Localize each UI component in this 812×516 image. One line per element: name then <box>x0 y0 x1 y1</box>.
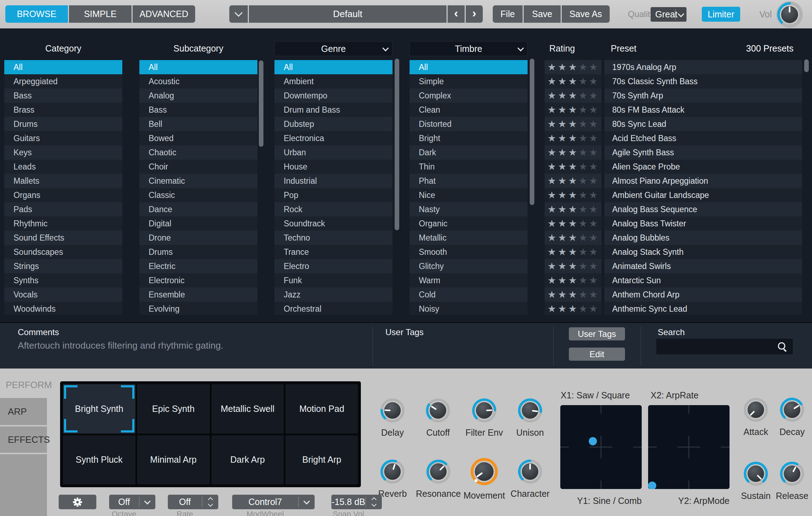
timbre-item-organic[interactable]: Organic <box>410 216 528 231</box>
category-item-guitars[interactable]: Guitars <box>4 131 122 145</box>
category-item-leads[interactable]: Leads <box>4 160 122 174</box>
category-item-pads[interactable]: Pads <box>4 202 122 216</box>
pad-minimal-arp[interactable]: Minimal Arp <box>137 435 210 485</box>
edit-button[interactable]: Edit <box>569 348 625 361</box>
genre-item-orchestral[interactable]: Orchestral <box>274 302 392 315</box>
genre-item-trance[interactable]: Trance <box>274 245 392 259</box>
preset-item-analog-bass-sequence[interactable]: Analog Bass Sequence <box>604 202 802 216</box>
rating-stars-antarctic-sun[interactable]: ★★★★★ <box>545 273 602 287</box>
preset-item-agile-synth-bass[interactable]: Agile Synth Bass <box>604 145 802 160</box>
rating-stars-almost-piano-arpeggiation[interactable]: ★★★★★ <box>545 174 602 188</box>
preset-item-almost-piano-arpeggiation[interactable]: Almost Piano Arpeggiation <box>604 174 802 188</box>
preset-item-ambient-guitar-landscape[interactable]: Ambient Guitar Landscape <box>604 188 802 202</box>
subcategory-item-electric[interactable]: Electric <box>139 259 257 273</box>
delay-knob[interactable] <box>379 397 406 425</box>
rating-stars-anthemic-sync-lead[interactable]: ★★★★★ <box>545 302 602 315</box>
genre-item-jazz[interactable]: Jazz <box>274 287 392 302</box>
reverb-knob[interactable] <box>379 458 406 487</box>
subcategory-item-bowed[interactable]: Bowed <box>139 131 257 145</box>
file-button[interactable]: File <box>493 5 523 23</box>
preset-item-70s-synth-arp[interactable]: 70s Synth Arp <box>604 88 802 103</box>
quality-select[interactable]: Great <box>651 7 687 22</box>
save-button[interactable]: Save <box>524 5 561 23</box>
search-input[interactable] <box>656 339 793 354</box>
category-item-woodwinds[interactable]: Woodwinds <box>4 302 122 315</box>
tab-simple[interactable]: SIMPLE <box>69 5 132 23</box>
preset-item-70s-classic-synth-bass[interactable]: 70s Classic Synth Bass <box>604 74 802 88</box>
octave-select[interactable]: Off <box>109 495 155 509</box>
cutoff-knob[interactable] <box>424 397 452 425</box>
rating-stars-animated-swirls[interactable]: ★★★★★ <box>545 259 602 273</box>
preset-item-antarctic-sun[interactable]: Antarctic Sun <box>604 273 802 287</box>
preset-item-anthem-chord-arp[interactable]: Anthem Chord Arp <box>604 287 802 302</box>
preset-item-alien-space-probe[interactable]: Alien Space Probe <box>604 160 802 174</box>
rating-stars-70s-classic-synth-bass[interactable]: ★★★★★ <box>545 74 602 88</box>
subcategory-item-ensemble[interactable]: Ensemble <box>139 287 257 302</box>
unison-knob[interactable] <box>517 397 544 425</box>
xy-dot-1[interactable] <box>589 437 597 445</box>
genre-scrollbar-thumb[interactable] <box>395 59 399 230</box>
genre-item-pop[interactable]: Pop <box>274 188 392 202</box>
rating-stars-80s-sync-lead[interactable]: ★★★★★ <box>545 117 602 131</box>
genre-item-industrial[interactable]: Industrial <box>274 174 392 188</box>
timbre-item-complex[interactable]: Complex <box>410 88 528 103</box>
rating-stars-analog-bubbles[interactable]: ★★★★★ <box>545 231 602 245</box>
preset-item-analog-bass-twister[interactable]: Analog Bass Twister <box>604 216 802 231</box>
tab-arp[interactable]: ARP <box>0 398 47 425</box>
sustain-knob[interactable] <box>742 460 769 489</box>
category-item-drums[interactable]: Drums <box>4 117 122 131</box>
preset-next-button[interactable]: › <box>466 5 483 23</box>
subcategory-item-bass[interactable]: Bass <box>139 103 257 117</box>
rating-stars-ambient-guitar-landscape[interactable]: ★★★★★ <box>545 188 602 202</box>
preset-item-1970s-analog-arp[interactable]: 1970s Analog Arp <box>604 60 802 74</box>
arp-settings-button[interactable] <box>59 495 96 509</box>
subcategory-item-electronic[interactable]: Electronic <box>139 273 257 287</box>
timbre-item-cold[interactable]: Cold <box>410 287 528 302</box>
timbre-dropdown-header[interactable]: Timbre <box>410 41 528 56</box>
timbre-item-noisy[interactable]: Noisy <box>410 302 528 315</box>
rating-stars-alien-space-probe[interactable]: ★★★★★ <box>545 160 602 174</box>
category-item-soundscapes[interactable]: Soundscapes <box>4 245 122 259</box>
subcategory-scrollbar-thumb[interactable] <box>259 60 263 147</box>
category-item-vocals[interactable]: Vocals <box>4 287 122 302</box>
category-item-bass[interactable]: Bass <box>4 88 122 103</box>
timbre-item-bright[interactable]: Bright <box>410 131 528 145</box>
preset-scrollbar-thumb[interactable] <box>804 59 809 72</box>
subcategory-item-drone[interactable]: Drone <box>139 231 257 245</box>
category-item-all[interactable]: All <box>4 60 122 74</box>
xy-pad-1[interactable] <box>560 405 642 489</box>
preset-name-display[interactable]: Default <box>249 5 447 23</box>
preset-item-analog-bubbles[interactable]: Analog Bubbles <box>604 231 802 245</box>
preset-item-animated-swirls[interactable]: Animated Swirls <box>604 259 802 273</box>
subcategory-item-digital[interactable]: Digital <box>139 216 257 231</box>
timbre-item-nasty[interactable]: Nasty <box>410 202 528 216</box>
preset-prev-button[interactable]: ‹ <box>448 5 465 23</box>
timbre-item-dark[interactable]: Dark <box>410 145 528 160</box>
subcategory-item-chaotic[interactable]: Chaotic <box>139 145 257 160</box>
subcategory-item-classic[interactable]: Classic <box>139 188 257 202</box>
pad-motion-pad[interactable]: Motion Pad <box>285 384 358 434</box>
save-as-button[interactable]: Save As <box>562 5 610 23</box>
genre-item-drum-and-bass[interactable]: Drum and Bass <box>274 103 392 117</box>
pad-bright-synth[interactable]: Bright Synth <box>63 384 135 434</box>
subcategory-item-analog[interactable]: Analog <box>139 88 257 103</box>
tab-effects[interactable]: EFFECTS <box>0 426 47 453</box>
genre-item-electronica[interactable]: Electronica <box>274 131 392 145</box>
genre-item-rock[interactable]: Rock <box>274 202 392 216</box>
rating-stars-80s-fm-bass-attack[interactable]: ★★★★★ <box>545 103 602 117</box>
tab-browse[interactable]: BROWSE <box>5 5 68 23</box>
decay-knob[interactable] <box>779 396 806 425</box>
genre-item-funk[interactable]: Funk <box>274 273 392 287</box>
subcategory-item-bell[interactable]: Bell <box>139 117 257 131</box>
timbre-item-all[interactable]: All <box>410 60 528 74</box>
xy-dot-2[interactable] <box>648 482 656 489</box>
pad-dark-arp[interactable]: Dark Arp <box>212 435 284 485</box>
timbre-scrollbar-thumb[interactable] <box>530 59 534 205</box>
tab-perform[interactable]: PERFORM <box>6 380 52 391</box>
tab-advanced[interactable]: ADVANCED <box>133 5 195 23</box>
preset-dropdown-button[interactable] <box>229 5 248 23</box>
volume-knob[interactable] <box>776 1 803 30</box>
timbre-item-smooth[interactable]: Smooth <box>410 245 528 259</box>
character-knob[interactable] <box>517 458 544 487</box>
category-item-arpeggiated[interactable]: Arpeggiated <box>4 74 122 88</box>
